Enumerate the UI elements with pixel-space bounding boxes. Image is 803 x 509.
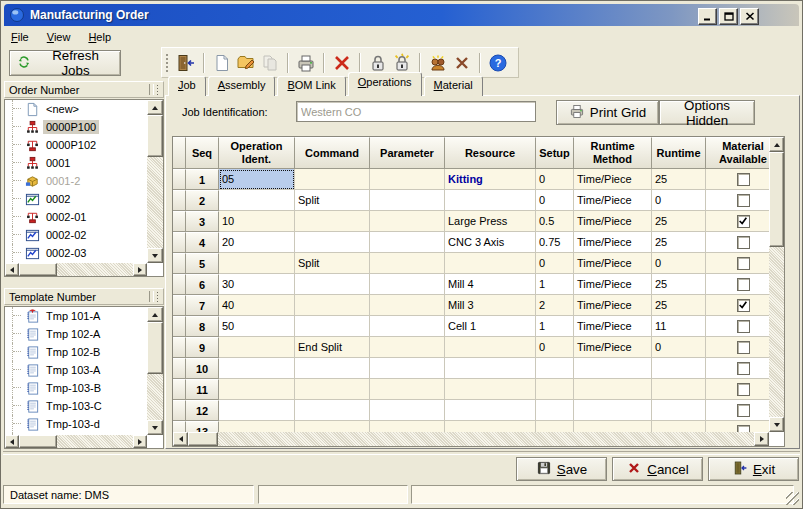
tree-item[interactable]: 0002-03	[5, 244, 147, 262]
cell-operation-ident[interactable]: 50	[219, 316, 295, 337]
material-available-checkbox[interactable]	[737, 173, 750, 186]
tab-material[interactable]: Material	[424, 76, 483, 96]
cancel-button[interactable]: Cancel	[612, 457, 703, 481]
cell-setup[interactable]: 1	[536, 316, 574, 337]
cell-resource[interactable]	[445, 337, 536, 358]
row-indicator-cell[interactable]	[173, 274, 186, 295]
cell-operation-ident[interactable]	[219, 253, 295, 274]
column-header-parameter[interactable]: Parameter	[370, 137, 445, 169]
cell-resource[interactable]: Large Press	[445, 211, 536, 232]
cell-parameter[interactable]	[370, 232, 445, 253]
cell-runtime-method[interactable]: Time/Piece	[574, 316, 652, 337]
close-button[interactable]	[740, 8, 759, 25]
tree-item[interactable]: Tmp 101-A	[5, 307, 147, 325]
cell-resource[interactable]: Mill 3	[445, 295, 536, 316]
cell-command[interactable]	[295, 358, 370, 379]
cell-runtime[interactable]	[652, 379, 706, 400]
grid-vscrollbar[interactable]	[769, 137, 784, 432]
column-header-command[interactable]: Command	[295, 137, 370, 169]
row-indicator-cell[interactable]	[173, 400, 186, 421]
order-tree-vscrollbar[interactable]	[147, 100, 163, 263]
tree-item[interactable]: <new>	[5, 100, 147, 118]
cell-runtime-method[interactable]: Time/Piece	[574, 232, 652, 253]
cell-runtime[interactable]	[652, 358, 706, 379]
tree-item[interactable]: 0002	[5, 190, 147, 208]
cell-resource[interactable]	[445, 400, 536, 421]
cell-command[interactable]	[295, 379, 370, 400]
cell-setup[interactable]: 0	[536, 190, 574, 211]
cell-parameter[interactable]	[370, 337, 445, 358]
template-tree-hscrollbar[interactable]	[5, 435, 147, 448]
menu-item-help[interactable]: Help	[82, 29, 119, 45]
scroll-right-button[interactable]	[133, 435, 147, 448]
cell-runtime-method[interactable]: Time/Piece	[574, 295, 652, 316]
tree-item[interactable]: Tmp-103-d	[5, 415, 147, 433]
menu-item-view[interactable]: View	[41, 29, 79, 45]
tab-bom-link[interactable]: BOM Link	[277, 76, 345, 96]
material-available-checkbox[interactable]	[737, 257, 750, 270]
cell-resource[interactable]	[445, 190, 536, 211]
open-edit-icon[interactable]	[234, 51, 258, 75]
tree-item[interactable]: Tmp-103-B	[5, 379, 147, 397]
scroll-left-button[interactable]	[5, 263, 19, 276]
cell-setup[interactable]: 2	[536, 295, 574, 316]
cell-parameter[interactable]	[370, 400, 445, 421]
refresh-jobs-button[interactable]: Refresh Jobs	[9, 50, 121, 76]
row-header-cell[interactable]: 1	[186, 169, 219, 190]
cell-parameter[interactable]	[370, 253, 445, 274]
print-grid-button[interactable]: Print Grid	[556, 100, 659, 125]
cell-resource[interactable]: Kitting	[445, 169, 536, 190]
scroll-thumb[interactable]	[19, 435, 57, 448]
cell-operation-ident[interactable]: 40	[219, 295, 295, 316]
tree-item[interactable]: Tmp 102-A	[5, 325, 147, 343]
cell-command[interactable]	[295, 295, 370, 316]
scroll-left-button[interactable]	[5, 435, 19, 448]
cell-setup[interactable]	[536, 358, 574, 379]
column-header-resource[interactable]: Resource	[445, 137, 536, 169]
menu-item-file[interactable]: File	[5, 29, 37, 45]
unlock-icon[interactable]	[390, 51, 414, 75]
material-available-checkbox[interactable]	[737, 299, 750, 312]
cell-operation-ident[interactable]: 30	[219, 274, 295, 295]
cell-runtime[interactable]: 25	[652, 211, 706, 232]
row-indicator-cell[interactable]	[173, 295, 186, 316]
cell-runtime-method[interactable]	[574, 379, 652, 400]
cell-runtime-method[interactable]	[574, 358, 652, 379]
cell-runtime-method[interactable]: Time/Piece	[574, 274, 652, 295]
cell-runtime[interactable]: 11	[652, 316, 706, 337]
scroll-up-button[interactable]	[769, 137, 784, 152]
minimize-button[interactable]	[698, 8, 717, 25]
grid-hscrollbar[interactable]	[173, 432, 769, 446]
cell-command[interactable]	[295, 400, 370, 421]
material-available-checkbox[interactable]	[737, 320, 750, 333]
cell-runtime-method[interactable]	[574, 400, 652, 421]
material-available-checkbox[interactable]	[737, 194, 750, 207]
cell-parameter[interactable]	[370, 190, 445, 211]
cell-runtime[interactable]: 25	[652, 274, 706, 295]
cell-command[interactable]	[295, 169, 370, 190]
tree-item[interactable]: 0000P100	[5, 118, 147, 136]
row-indicator-cell[interactable]	[173, 421, 186, 432]
template-tree-vscrollbar[interactable]	[147, 307, 163, 435]
exit-door-icon[interactable]	[174, 51, 198, 75]
scroll-thumb[interactable]	[147, 322, 163, 374]
cell-setup[interactable]: 0	[536, 253, 574, 274]
cell-runtime[interactable]: 25	[652, 232, 706, 253]
tree-item[interactable]: 0002-01	[5, 208, 147, 226]
tab-operations[interactable]: Operations	[348, 72, 422, 96]
scroll-down-button[interactable]	[147, 420, 163, 435]
cell-operation-ident[interactable]: 20	[219, 232, 295, 253]
scroll-thumb[interactable]	[188, 432, 218, 446]
cell-setup[interactable]: 0.75	[536, 232, 574, 253]
scroll-thumb[interactable]	[19, 263, 57, 276]
cell-operation-ident[interactable]	[219, 421, 295, 432]
cell-operation-ident[interactable]	[219, 400, 295, 421]
row-header-cell[interactable]: 10	[186, 358, 219, 379]
row-indicator-cell[interactable]	[173, 316, 186, 337]
tree-item[interactable]: Tmp-103-C	[5, 397, 147, 415]
tree-item[interactable]: Tmp 102-B	[5, 343, 147, 361]
cell-runtime[interactable]: 0	[652, 190, 706, 211]
options-hidden-button[interactable]: Options Hidden	[659, 100, 755, 125]
column-header-operation-ident[interactable]: Operation Ident.	[219, 137, 295, 169]
order-tree-hscrollbar[interactable]	[5, 263, 147, 276]
